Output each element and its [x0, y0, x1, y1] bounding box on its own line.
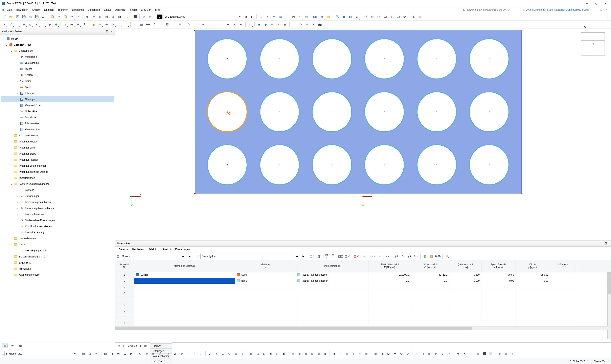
- new-file-button[interactable]: 📄: [2, 14, 7, 20]
- loft-tool[interactable]: ⌒: [123, 22, 129, 27]
- window-maximize[interactable]: ▢: [592, 0, 601, 7]
- extend-tool[interactable]: ⎯→: [199, 22, 205, 27]
- layout-5-button[interactable]: ▨: [110, 14, 116, 20]
- clip-tool[interactable]: ₪: [164, 22, 170, 27]
- fx-button[interactable]: ƒx: [400, 253, 406, 259]
- save-as-button[interactable]: 💾: [34, 14, 39, 20]
- tree-item-flächensätze[interactable]: Flächensätze: [1, 120, 114, 127]
- tree-item-volumensätze[interactable]: Volumensätze: [1, 127, 114, 132]
- col-header-9[interactable]: Wärmedeα [1/: [550, 260, 576, 272]
- cb-1[interactable]: ▦: [80, 351, 86, 357]
- tree-folder-ergebnisse[interactable]: ›Ergebnisse: [1, 260, 114, 266]
- tree-folder-hilfsobjekte[interactable]: ›Hilfsobjekte: [1, 266, 114, 272]
- table-row[interactable]: 8: [115, 314, 611, 320]
- cmd-button-43[interactable]: ✖: [462, 351, 468, 357]
- row-delete-button[interactable]: ▤－: [332, 253, 337, 259]
- misc-1-button[interactable]: ∿: [291, 22, 297, 27]
- cmd-button-13[interactable]: ⊟: [255, 351, 261, 357]
- cmd-button-49[interactable]: ⊗: [503, 351, 509, 357]
- node-tool[interactable]: •: [2, 22, 7, 27]
- render-1-button[interactable]: ◆: [411, 14, 416, 20]
- opening-5[interactable]: ×: [417, 38, 457, 79]
- fx-list-button[interactable]: ƒx≡: [413, 253, 419, 259]
- viewcube-z-label[interactable]: +Z: [589, 40, 597, 48]
- keyword-input[interactable]: [467, 8, 519, 12]
- misc-3-button[interactable]: △: [304, 22, 310, 27]
- fx-clear-button[interactable]: ƒx̸: [394, 253, 399, 259]
- cmd-button-4[interactable]: ⟠: [192, 351, 197, 357]
- cmd-button-28[interactable]: ●: [357, 351, 363, 357]
- overflow-icon[interactable]: »: [608, 15, 609, 18]
- window-close[interactable]: ✕: [601, 0, 610, 7]
- cmd-button-18[interactable]: ▤: [290, 351, 296, 357]
- fillet-tool[interactable]: ⌒: [219, 22, 224, 27]
- cmd-button-33[interactable]: ◓: [392, 351, 398, 357]
- tree-lastfaelle-kombi[interactable]: ⌄Lastfälle und Kombinationen: [1, 181, 114, 187]
- tree-item-lastkombinationen[interactable]: ›↕Lastkombinationen: [1, 211, 114, 217]
- cmd-button-6[interactable]: ◭: [207, 351, 213, 357]
- opening-11[interactable]: ×: [417, 91, 457, 132]
- tree-item-einwirkungskombinationen[interactable]: ›⚙Einwirkungskombinationen: [1, 205, 114, 211]
- misc-2-button[interactable]: ⟲: [298, 22, 303, 27]
- spring-tool[interactable]: ≋: [75, 22, 81, 27]
- lc-next-button[interactable]: ▶: [249, 14, 255, 20]
- edit-tool[interactable]: ✎: [186, 22, 192, 27]
- menu-ansicht[interactable]: Ansicht: [30, 8, 42, 12]
- member-button[interactable]: ⎚: [141, 14, 147, 20]
- cmd-button-46[interactable]: ⬛: [481, 351, 487, 357]
- solid-tool[interactable]: ▲: [34, 22, 39, 27]
- cmd-button-8[interactable]: ⟁: [220, 351, 226, 357]
- view-cube[interactable]: +Z: [581, 32, 605, 57]
- menu-ergebnisse[interactable]: Ergebnisse: [86, 8, 102, 12]
- cmd-button-29[interactable]: ◎: [364, 351, 369, 357]
- tree-folder-typen-für-spezielle-objekte[interactable]: ›Typen für spezielle Objekte: [1, 169, 114, 175]
- offset-tool[interactable]: ≡: [225, 22, 231, 27]
- cb-9[interactable]: ⊕: [137, 351, 143, 357]
- row-insert-button[interactable]: ▤＋: [325, 253, 331, 259]
- cmd-button-50[interactable]: ⋮: [510, 351, 515, 357]
- tree-item-liniensätze[interactable]: Liniensätze: [1, 108, 114, 114]
- window-minimize[interactable]: —: [582, 0, 592, 7]
- cb-11[interactable]: ⊘: [150, 351, 156, 357]
- cmd-button-5[interactable]: ◬: [198, 351, 204, 357]
- table-row[interactable]: 6: [115, 302, 611, 308]
- table-next-button[interactable]: ▶: [187, 253, 192, 259]
- panel-close-icon[interactable]: ✕: [109, 29, 113, 34]
- cmd-button-44[interactable]: ⬚: [468, 351, 474, 357]
- tree-folder-ausdruckprotokolle[interactable]: Ausdruckprotokolle: [1, 272, 114, 278]
- tree-folder-spezielle-objekte[interactable]: ›Spezielle Objekte: [1, 132, 114, 139]
- tool-a8[interactable]: ▤: [303, 14, 309, 20]
- tree-item-kombinationsassistenten[interactable]: ›⚗Kombinationsassistenten: [1, 223, 114, 229]
- revolve-tool[interactable]: ⟳: [110, 22, 116, 27]
- iso-view-button[interactable]: ⬢: [341, 14, 347, 20]
- plate-surface[interactable]: ××××××××××××××××: [195, 30, 522, 194]
- redo-button[interactable]: ↷: [75, 14, 81, 20]
- cmd-button-31[interactable]: ◑: [379, 351, 385, 357]
- table-row[interactable]: 1S355HStahlIsotrop | Linear elastisch210…: [115, 272, 611, 278]
- panel-float-icon[interactable]: ❐: [105, 29, 109, 34]
- tool-a5[interactable]: ⬚: [284, 14, 290, 20]
- axis-my-button[interactable]: -Y↕: [389, 14, 394, 20]
- axis-y-button[interactable]: ↕Y: [369, 14, 375, 20]
- export-right-button[interactable]: ▭→: [376, 253, 381, 259]
- menu-datei[interactable]: Datei: [5, 8, 14, 12]
- menu-berechnen[interactable]: Berechnen: [70, 8, 86, 12]
- cmd-button-1[interactable]: ⊿: [172, 351, 178, 357]
- axis-mx-button[interactable]: -X↕: [382, 14, 388, 20]
- probe-tool[interactable]: ●: [238, 22, 244, 27]
- cmd-button-45[interactable]: ▭: [475, 351, 481, 357]
- tab-last-button[interactable]: ⏭: [143, 344, 148, 348]
- cell-select-button[interactable]: ⬚↖: [310, 253, 315, 259]
- layout-6-button[interactable]: ▩: [117, 14, 122, 20]
- cmd-button-48[interactable]: ⊕: [497, 351, 502, 357]
- menu-fenster[interactable]: Fenster: [127, 8, 139, 12]
- array-tool[interactable]: ✦: [97, 22, 103, 27]
- opening-17[interactable]: ×: [417, 144, 457, 185]
- table-next2-button[interactable]: ▶: [300, 253, 306, 259]
- cmd-button-22[interactable]: ▨: [316, 351, 321, 357]
- menu-zuordnen[interactable]: Zuordnen: [56, 8, 70, 12]
- fx-edit-button[interactable]: ƒx̂: [407, 253, 412, 259]
- tree-item-lastfälle[interactable]: ›↓Lastfälle: [1, 187, 114, 193]
- tree-item-einwirkungen[interactable]: ›★Einwirkungen: [1, 193, 114, 199]
- cmd-button-42[interactable]: ✚: [455, 351, 461, 357]
